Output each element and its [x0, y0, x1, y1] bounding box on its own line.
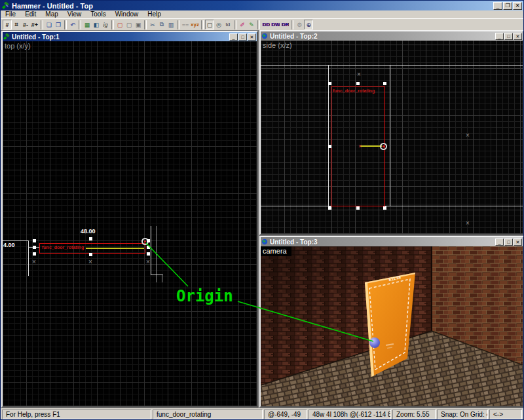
brush-edge: [28, 240, 29, 276]
selection-handle[interactable]: [328, 206, 331, 210]
selection-handle[interactable]: [328, 145, 331, 148]
toolbar-separator: [64, 20, 67, 29]
hammer-app-icon: [2, 2, 9, 9]
globe-button[interactable]: ⊕: [304, 20, 313, 29]
top2-minimize-button[interactable]: _: [495, 33, 504, 40]
group-button[interactable]: ▣: [134, 20, 143, 29]
tie-point-marker: [32, 259, 36, 264]
top3-close-button[interactable]: ✕: [514, 239, 522, 246]
width-dimension-label: 48.00: [81, 228, 96, 235]
selection-handle[interactable]: [33, 246, 36, 249]
selection-tool-button[interactable]: ▢: [205, 20, 214, 29]
texture-display-button[interactable]: td: [223, 20, 233, 29]
toolbar: #⌗#-#+❏❐↶▦◧ig▢▢▣✂⧉▥==xyz▢◎td✐✎DDDWDR⚙⊕: [1, 18, 523, 30]
load-window-state-button[interactable]: ❏: [45, 20, 54, 29]
selection-handle[interactable]: [147, 252, 150, 256]
carve-button[interactable]: ▢: [115, 20, 124, 29]
menu-help[interactable]: Help: [143, 10, 166, 18]
undo-button[interactable]: ↶: [68, 20, 77, 29]
texture-application-button[interactable]: ▦: [83, 20, 92, 29]
status-selection-size: 48w 4l 108h @(-612 -114 86): [309, 410, 391, 419]
selection-handle[interactable]: [33, 239, 36, 242]
status-help: For Help, press F1: [2, 410, 151, 419]
toolbar-separator: [144, 20, 147, 29]
top3-maximize-button[interactable]: □: [504, 239, 513, 246]
selection-handle[interactable]: [147, 246, 150, 249]
selection-handle[interactable]: [89, 253, 92, 256]
pen-red-button[interactable]: ✐: [238, 20, 247, 29]
top1-minimize-button[interactable]: _: [229, 33, 238, 41]
save-window-state-button[interactable]: ❐: [54, 20, 63, 29]
menu-view[interactable]: View: [63, 10, 86, 18]
mdi-client: Untitled - Top:1 _ □ ✕ top (x/y) func_do…: [1, 30, 523, 408]
restore-button[interactable]: ❐: [503, 2, 512, 10]
selection-handle[interactable]: [383, 82, 386, 85]
top3-minimize-button[interactable]: _: [495, 239, 504, 246]
cut-button[interactable]: ✂: [148, 20, 157, 29]
top2-maximize-button[interactable]: □: [504, 33, 513, 40]
top1-maximize-button[interactable]: □: [238, 33, 247, 41]
top2-title-bar[interactable]: Untitled - Top:2 _ □ ✕: [261, 31, 523, 41]
menu-window[interactable]: Window: [111, 10, 143, 18]
airbrush-button[interactable]: ⚙: [295, 20, 304, 29]
zoom-to-selection-button[interactable]: ◎: [214, 20, 223, 29]
close-button[interactable]: ✕: [513, 2, 522, 10]
brush-edge: [261, 206, 523, 206]
toolbar-separator: [111, 20, 114, 29]
paste-button[interactable]: ▥: [166, 20, 176, 29]
status-bar: For Help, press F1 func_door_rotating @-…: [1, 408, 523, 420]
menu-file[interactable]: File: [1, 10, 20, 18]
apply-current-texture-button[interactable]: ◧: [92, 20, 101, 29]
selection-handle[interactable]: [328, 82, 331, 85]
status-cursor-coords: @-649, -49: [264, 410, 307, 419]
hollow-button[interactable]: ▢: [124, 20, 134, 29]
top1-view-label: top (x/y): [5, 42, 31, 50]
selection-handle[interactable]: [33, 252, 36, 256]
menu-edit[interactable]: Edit: [20, 10, 41, 18]
menu-tools[interactable]: Tools: [86, 10, 110, 18]
pen-green-button[interactable]: ✎: [247, 20, 256, 29]
smaller-grid-button[interactable]: #-: [21, 20, 30, 29]
top2-close-button[interactable]: ✕: [514, 33, 522, 40]
selection-handle[interactable]: [147, 239, 150, 242]
brush-edge: [328, 65, 329, 206]
door-entity-label: func_door_rotating: [333, 88, 375, 93]
toolbar-separator: [257, 20, 260, 29]
selection-handle[interactable]: [356, 206, 360, 210]
selection-handle[interactable]: [383, 206, 386, 210]
top3-canvas[interactable]: camera: [261, 246, 523, 406]
menu-map[interactable]: Map: [41, 10, 62, 18]
top1-canvas[interactable]: top (x/y) func_door_rotating 48.00 4.00: [3, 41, 257, 406]
xyz-coordinates-button[interactable]: xyz: [190, 20, 200, 29]
top1-title-bar[interactable]: Untitled - Top:1 _ □ ✕: [3, 32, 257, 41]
toolbar-separator: [41, 20, 43, 29]
viewport-window-top2: Untitled - Top:2 _ □ ✕ side (x/z) func_d…: [259, 30, 523, 235]
toggle-grid-button[interactable]: #: [3, 20, 12, 29]
top1-close-button[interactable]: ✕: [248, 33, 256, 41]
status-resize-grip[interactable]: <->: [489, 410, 522, 419]
minimize-button[interactable]: _: [493, 2, 502, 10]
status-snap: Snap: On Grid: 4: [437, 410, 488, 419]
origin-sphere[interactable]: [369, 337, 380, 348]
hammer-window: Hammer - Untitled - Top _ ❐ ✕ FileEditMa…: [0, 0, 524, 420]
texture-lock-button[interactable]: ==: [181, 20, 190, 29]
origin-handle[interactable]: [380, 143, 387, 150]
toolbar-separator: [79, 20, 81, 29]
toggle-3d-grid-button[interactable]: ⌗: [12, 20, 21, 29]
larger-grid-button[interactable]: #+: [30, 20, 39, 29]
dr-button[interactable]: DR: [280, 20, 290, 29]
top3-title: Untitled - Top:3: [270, 238, 495, 246]
top2-title: Untitled - Top:2: [270, 32, 495, 41]
selection-handle[interactable]: [89, 237, 92, 240]
toolbar-separator: [291, 20, 293, 29]
viewport-window-top1: Untitled - Top:1 _ □ ✕ top (x/y) func_do…: [1, 31, 258, 408]
selection-handle[interactable]: [356, 82, 360, 85]
menu-bar: FileEditMapViewToolsWindowHelp: [1, 10, 523, 18]
top3-title-bar[interactable]: Untitled - Top:3 _ □ ✕: [261, 237, 523, 246]
dw-button[interactable]: DW: [271, 20, 280, 29]
dd-button[interactable]: DD: [261, 20, 271, 29]
ignore-groups-button[interactable]: ig: [101, 20, 110, 29]
copy-button[interactable]: ⧉: [157, 20, 166, 29]
depth-dimension-label: 4.00: [3, 242, 15, 248]
top2-canvas[interactable]: side (x/z) func_door_rotating: [261, 41, 523, 234]
